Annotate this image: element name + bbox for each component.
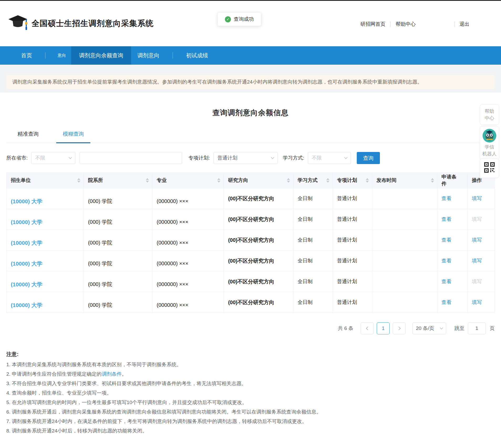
view-link[interactable]: 查看 [442,258,452,263]
nav-item-1[interactable]: 意向 [52,46,71,65]
province-label: 所在省市: [6,155,28,161]
help-label: 帮助 [480,108,499,115]
yanzhao-home-link[interactable]: 研招网首页 [360,21,385,28]
sort-caret-icon[interactable] [431,178,434,183]
notes-title: 注意: [6,351,495,358]
unit-link[interactable]: (10000) 大学 [11,218,42,226]
note-item: 1. 本调剂意向采集系统与调剂服务系统有本质的区别，不等同于调剂服务系统。 [6,362,495,368]
study-cell: 全日制 [298,216,313,222]
column-header[interactable]: 学习方式 [293,173,333,188]
province-select[interactable]: 不限 [31,152,75,164]
major-cell: (000000) ××× [157,219,188,225]
column-header[interactable]: 院系所 [84,173,152,188]
note-link[interactable]: 调剂条件 [102,371,122,377]
fill-link[interactable]: 填写 [472,237,482,243]
column-label: 发布时间 [376,177,396,183]
column-header[interactable]: 专业 [152,173,224,188]
view-link[interactable]: 查看 [442,216,452,222]
sort-caret-icon[interactable] [146,178,149,183]
chevron-down-icon [440,326,443,329]
view-link[interactable]: 查看 [442,237,452,243]
qr-code-icon [484,162,495,175]
column-label: 申请条件 [442,174,457,186]
success-check-icon: ✓ [225,16,231,22]
study-mode-select[interactable]: 不限 [308,152,351,164]
note-text: 1. 本调剂意向采集系统与调剂服务系统有本质的区别，不等同于调剂服务系统。 [6,362,182,367]
tab-fuzzy-query[interactable]: 模糊查询 [56,130,90,143]
column-header[interactable]: 专项计划 [333,173,372,188]
study-cell: 全日制 [298,279,313,284]
sort-caret-icon[interactable] [217,178,220,183]
floating-robot[interactable]: 学信 机器人 [480,126,499,160]
unit-link[interactable]: (10000) 大学 [11,198,42,205]
column-header[interactable]: 招生单位 [7,173,84,188]
sort-caret-icon[interactable] [287,178,290,183]
note-item: 5. 在允许填写调剂意向的时间内，一位考生最多可填写10个平行调剂意向，并且提交… [6,399,495,405]
robot-label: 机器人 [480,150,499,157]
header-links: 研招网首页 帮助中心 退出 [360,21,469,28]
table-row: (10000) 大学(000) 学院(000000) ×××(00)不区分研究方… [7,230,495,251]
column-header: 申请条件 [437,173,467,188]
direction-cell: (00)不区分研究方向 [228,299,274,305]
study-cell: 全日制 [298,258,313,263]
table-row: (10000) 大学(000) 学院(000000) ×××(00)不区分研究方… [7,251,495,271]
nav-item-0[interactable]: 首页 [15,46,38,65]
fill-link[interactable]: 填写 [472,258,482,263]
dept-cell: (000) 学院 [88,239,112,246]
plan-cell: 普通计划 [337,216,357,222]
unit-link[interactable]: (10000) 大学 [11,281,42,288]
plan-cell: 普通计划 [337,258,357,263]
page-number-button[interactable]: 1 [377,322,390,334]
unit-link[interactable]: (10000) 大学 [11,260,42,267]
study-cell: 全日制 [298,237,313,243]
jump-suffix: 页 [490,325,495,332]
major-cell: (000000) ××× [157,198,188,204]
view-link[interactable]: 查看 [442,196,452,201]
sort-caret-icon[interactable] [326,178,329,183]
nav-item-4[interactable]: 初试成绩 [180,46,214,65]
unit-link[interactable]: (10000) 大学 [11,302,42,309]
fill-link[interactable]: 填写 [472,196,482,201]
search-button[interactable]: 查询 [357,152,380,164]
fill-link: 填写 [472,279,482,284]
chevron-down-icon [271,156,274,159]
nav-item-3[interactable]: 调剂意向 [131,46,166,65]
page-size-select[interactable]: 20 条/页 [412,322,446,334]
results-table: 招生单位院系所专业研究方向学习方式专项计划发布时间申请条件操作 (10000) … [6,172,495,313]
dept-cell: (000) 学院 [88,198,112,205]
unit-link[interactable]: (10000) 大学 [11,239,42,247]
unit-keyword-input[interactable] [80,152,182,164]
jump-page-input[interactable] [468,322,486,334]
logout-link[interactable]: 退出 [459,21,469,28]
floating-help-center[interactable]: 帮助 中心 [480,104,499,125]
sort-caret-icon[interactable] [77,178,80,183]
note-text: 6. 调剂服务系统开通后，调剂意向采集服务系统的查询调剂意向余额信息和填写调剂意… [6,409,321,415]
notice-banner: 调剂意向采集服务系统仅用于招生单位提前掌握考生调剂意愿情况。参加调剂的考生可在调… [6,75,495,89]
study-mode-value: 不限 [312,155,322,161]
notes-section: 注意: 1. 本调剂意向采集系统与调剂服务系统有本质的区别，不等同于调剂服务系统… [6,351,495,434]
column-label: 学习方式 [298,177,318,183]
nav-item-2[interactable]: 调剂意向余额查询 [71,46,131,65]
prev-page-button[interactable] [361,322,374,334]
column-header[interactable]: 研究方向 [224,173,293,188]
main-nav: 首页意向调剂意向余额查询调剂意向初试成绩 [0,46,501,65]
view-link[interactable]: 查看 [442,299,452,305]
sort-caret-icon[interactable] [366,178,369,183]
floating-qr-code[interactable] [480,159,499,178]
main-content: 查询调剂意向余额信息 精准查询 模糊查询 所在省市: 不限 专项计划: 普通计划… [0,108,501,434]
next-page-button[interactable] [393,322,406,334]
graduation-cap-icon [8,15,28,33]
view-link[interactable]: 查看 [442,279,452,284]
tab-precise-query[interactable]: 精准查询 [11,130,45,143]
major-cell: (000000) ××× [157,261,188,267]
note-item: 8. 调剂服务系统开通24小时后，转移为调剂志愿的功能将关闭。 [6,428,495,434]
help-center-link[interactable]: 帮助中心 [396,21,416,28]
nav-divider [173,52,173,59]
plan-select[interactable]: 普通计划 [214,152,278,164]
column-label: 招生单位 [11,177,31,183]
page-size-value: 20 条/页 [416,325,434,332]
plan-cell: 普通计划 [337,279,357,284]
major-cell: (000000) ××× [157,281,188,287]
column-header[interactable]: 发布时间 [372,173,437,188]
fill-link[interactable]: 填写 [472,299,482,305]
